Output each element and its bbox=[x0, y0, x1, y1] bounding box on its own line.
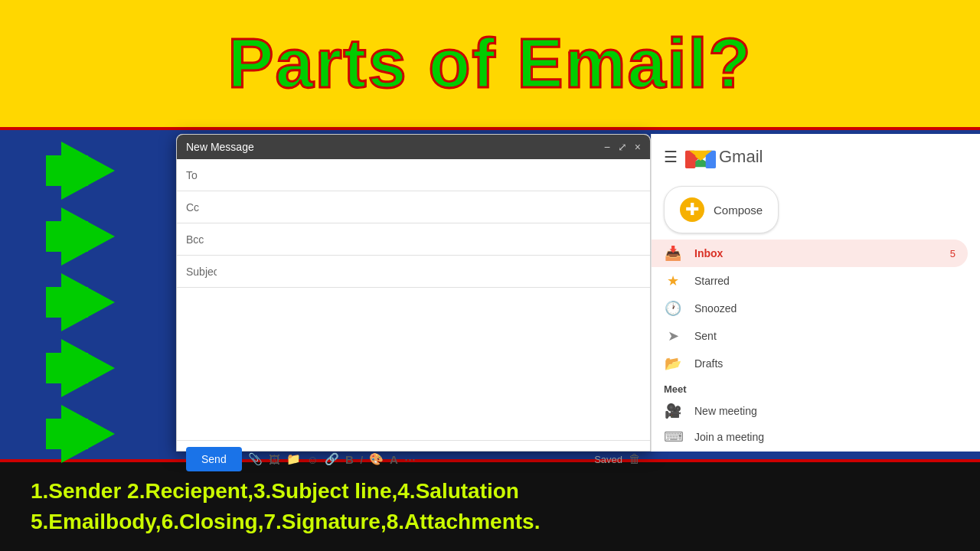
snoozed-label: Snoozed bbox=[694, 302, 956, 315]
gmail-logo: Gmail bbox=[685, 142, 763, 172]
compose-toolbar: Send 📎 🖼 📁 ☺ 🔗 B I 🎨 A ⋯ Saved 🗑 bbox=[177, 441, 650, 478]
starred-label: Starred bbox=[694, 275, 956, 287]
compose-button[interactable]: ✚ Compose bbox=[664, 186, 779, 233]
meet-item-join[interactable]: ⌨ Join a meeting bbox=[664, 424, 968, 450]
drive-icon[interactable]: 📁 bbox=[286, 452, 301, 466]
cc-input[interactable] bbox=[217, 201, 641, 214]
compose-btn-label: Compose bbox=[714, 204, 763, 217]
body-textarea[interactable] bbox=[186, 294, 641, 434]
top-banner-title: Parts of Email? bbox=[227, 24, 752, 103]
cc-field: Cc bbox=[177, 191, 650, 223]
color-icon[interactable]: 🎨 bbox=[369, 452, 384, 466]
video-icon: 🎥 bbox=[664, 403, 682, 419]
saved-text: Saved bbox=[594, 454, 622, 465]
delete-icon[interactable]: 🗑 bbox=[629, 452, 641, 466]
inbox-count: 5 bbox=[950, 248, 956, 259]
bottom-line-2: 5.Emailbody,6.Closing,7.Signature,8.Atta… bbox=[31, 510, 540, 534]
attach-icon[interactable]: 📎 bbox=[248, 452, 263, 466]
italic-icon[interactable]: I bbox=[360, 453, 363, 466]
cc-label: Cc bbox=[186, 201, 217, 214]
minimize-button[interactable]: − bbox=[604, 141, 610, 153]
compose-header-buttons: − ⤢ × bbox=[604, 141, 641, 153]
bold-icon[interactable]: B bbox=[345, 453, 354, 466]
compose-window: New Message − ⤢ × To Cc Bcc Subject bbox=[176, 134, 651, 452]
gmail-sidebar: ☰ Gmail bbox=[651, 134, 980, 452]
compose-title: New Message bbox=[186, 141, 254, 153]
subject-field: Subject bbox=[177, 256, 650, 288]
to-label: To bbox=[186, 169, 217, 181]
arrow-2 bbox=[61, 207, 115, 266]
bcc-input[interactable] bbox=[217, 233, 641, 246]
drafts-label: Drafts bbox=[694, 357, 956, 370]
toolbar-icons: 📎 🖼 📁 ☺ 🔗 B I 🎨 A ⋯ bbox=[248, 452, 416, 466]
emoji-icon[interactable]: ☺ bbox=[307, 453, 318, 466]
bcc-label: Bcc bbox=[186, 233, 217, 246]
to-input[interactable] bbox=[217, 169, 641, 181]
inbox-icon: 📥 bbox=[664, 245, 682, 262]
meet-label: Meet bbox=[664, 383, 968, 395]
font-size-icon[interactable]: A bbox=[390, 453, 398, 466]
arrow-5 bbox=[61, 405, 115, 463]
close-button[interactable]: × bbox=[635, 141, 641, 153]
compose-body bbox=[177, 288, 650, 441]
subject-input[interactable] bbox=[217, 266, 641, 278]
gmail-text: Gmail bbox=[719, 147, 763, 167]
hamburger-icon[interactable]: ☰ bbox=[664, 148, 678, 166]
image-icon[interactable]: 🖼 bbox=[269, 453, 280, 466]
arrow-1 bbox=[61, 142, 115, 200]
meet-item-new[interactable]: 🎥 New meeting bbox=[664, 398, 968, 424]
new-meeting-label: New meeting bbox=[694, 405, 757, 417]
expand-button[interactable]: ⤢ bbox=[618, 141, 627, 153]
star-icon: ★ bbox=[664, 272, 682, 289]
arrows-panel bbox=[0, 130, 176, 459]
send-button[interactable]: Send bbox=[186, 447, 242, 471]
inbox-label: Inbox bbox=[694, 247, 938, 259]
join-meeting-label: Join a meeting bbox=[694, 431, 764, 443]
compose-plus-icon: ✚ bbox=[680, 197, 704, 222]
middle-section: New Message − ⤢ × To Cc Bcc Subject bbox=[0, 130, 980, 459]
sidebar-item-starred[interactable]: ★ Starred bbox=[652, 267, 968, 295]
sidebar-item-inbox[interactable]: 📥 Inbox 5 bbox=[652, 240, 968, 267]
snooze-icon: 🕐 bbox=[664, 300, 682, 317]
sidebar-item-snoozed[interactable]: 🕐 Snoozed bbox=[652, 295, 968, 322]
subject-label: Subject bbox=[186, 266, 217, 278]
sent-label: Sent bbox=[694, 330, 956, 342]
gmail-header: ☰ Gmail bbox=[652, 134, 980, 180]
top-banner: Parts of Email? bbox=[0, 0, 980, 130]
link-icon[interactable]: 🔗 bbox=[325, 452, 339, 466]
meet-section: Meet 🎥 New meeting ⌨ Join a meeting bbox=[652, 377, 980, 452]
keyboard-icon: ⌨ bbox=[664, 429, 682, 445]
sidebar-item-sent[interactable]: ➤ Sent bbox=[652, 322, 968, 350]
bcc-field: Bcc bbox=[177, 223, 650, 256]
bottom-line-1: 1.Sender 2.Reciepent,3.Subject line,4.Sa… bbox=[31, 479, 519, 504]
arrow-3 bbox=[61, 273, 115, 331]
arrow-4 bbox=[61, 339, 115, 397]
drafts-icon: 📂 bbox=[664, 355, 682, 372]
sidebar-item-drafts[interactable]: 📂 Drafts bbox=[652, 350, 968, 377]
gmail-logo-icon bbox=[685, 142, 716, 172]
more-options-icon[interactable]: ⋯ bbox=[404, 452, 416, 466]
sent-icon: ➤ bbox=[664, 328, 682, 344]
compose-header: New Message − ⤢ × bbox=[177, 135, 650, 159]
to-field: To bbox=[177, 159, 650, 191]
